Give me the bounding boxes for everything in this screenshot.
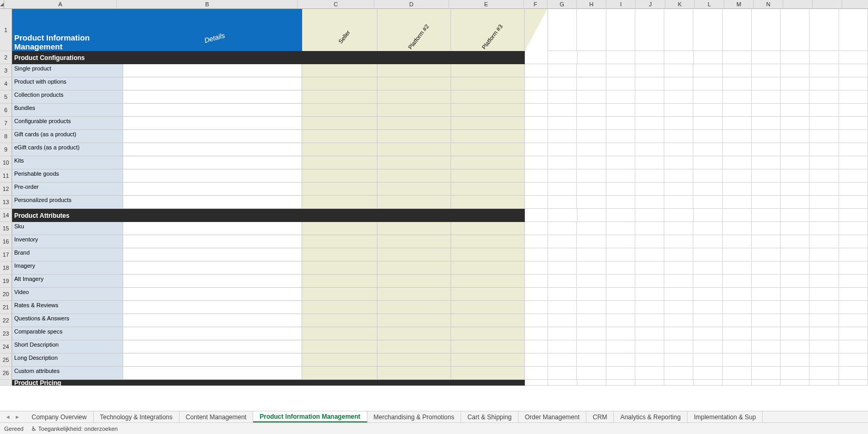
cell[interactable] [606,196,635,209]
row-label[interactable]: Pre-order [12,183,123,196]
title-cell[interactable]: Product Information Management [12,9,123,51]
row-header-18[interactable]: 18 [0,261,12,275]
cell[interactable] [577,117,606,130]
sheet-tab[interactable]: Implementation & Sup [687,411,763,422]
cell[interactable] [752,222,781,235]
col-header-M[interactable]: M [724,0,754,9]
cell[interactable] [123,314,302,327]
cell[interactable] [525,275,548,288]
cell[interactable] [635,367,664,380]
cell[interactable] [635,143,664,156]
row-header-24[interactable]: 24 [0,340,12,354]
cell[interactable] [723,183,752,196]
cell[interactable] [752,367,781,380]
cell[interactable] [752,301,781,314]
col-header-I[interactable]: I [606,0,636,9]
cell[interactable] [451,156,525,169]
cell[interactable] [377,340,451,354]
cell[interactable] [302,248,377,261]
cell[interactable] [781,209,810,222]
cell[interactable] [548,288,577,301]
cell[interactable] [723,104,752,117]
cell[interactable] [752,248,781,261]
cell[interactable] [810,354,839,367]
cell[interactable] [548,275,577,288]
cell[interactable] [577,261,606,275]
cell[interactable] [723,288,752,301]
cell[interactable] [606,354,635,367]
cell[interactable] [606,209,635,222]
cell[interactable] [377,261,451,275]
cell[interactable] [839,143,868,156]
cell[interactable] [302,301,377,314]
cell[interactable] [577,327,606,340]
cell[interactable] [123,261,302,275]
cell[interactable] [664,9,693,51]
col-header-B[interactable]: B [117,0,298,9]
cell[interactable] [606,327,635,340]
cell[interactable] [664,104,693,117]
cell[interactable] [810,77,839,90]
cell[interactable] [723,196,752,209]
cell[interactable] [548,156,577,169]
cell[interactable] [693,248,722,261]
cell[interactable] [752,183,781,196]
cell[interactable] [664,209,693,222]
cell[interactable] [577,367,606,380]
cell[interactable] [577,156,606,169]
cell[interactable] [810,261,839,275]
cell[interactable] [839,90,868,104]
cell[interactable] [525,314,548,327]
row-label[interactable]: Bundles [12,104,123,117]
cell[interactable] [606,222,635,235]
cell[interactable] [606,104,635,117]
cell[interactable] [377,314,451,327]
cell[interactable] [664,380,693,386]
cell[interactable] [810,301,839,314]
cell[interactable] [839,367,868,380]
cell[interactable] [548,117,577,130]
cell[interactable] [723,156,752,169]
cell[interactable] [606,90,635,104]
cell[interactable] [693,275,722,288]
row-label[interactable]: Product with options [12,77,123,90]
col-header-L[interactable]: L [695,0,724,9]
cell[interactable] [752,354,781,367]
cell[interactable] [694,380,723,386]
cell[interactable] [839,314,868,327]
row-label[interactable]: Sku [12,222,123,235]
cell[interactable] [635,209,664,222]
col-header-K[interactable]: K [665,0,695,9]
tab-prev-icon[interactable]: ◄ [4,413,12,421]
cell[interactable] [635,327,664,340]
sheet-tab[interactable]: Cart & Shipping [461,411,518,422]
cell[interactable] [302,209,377,222]
cell[interactable] [525,64,548,77]
cell[interactable] [548,130,577,143]
col-header-D[interactable]: D [374,0,449,9]
cell[interactable] [781,169,810,183]
section-header[interactable]: Product Pricing [12,380,123,386]
cell[interactable] [377,222,451,235]
cell[interactable] [781,261,810,275]
cell[interactable] [635,117,664,130]
cell[interactable] [451,196,525,209]
cell[interactable] [693,340,722,354]
cell[interactable] [548,314,577,327]
cell[interactable] [752,380,781,386]
cell[interactable] [123,354,302,367]
cell[interactable] [781,235,810,248]
cell[interactable] [123,64,302,77]
cell[interactable] [839,248,868,261]
cell[interactable] [781,340,810,354]
row-header-4[interactable]: 4 [0,77,12,90]
cell[interactable] [451,235,525,248]
cell[interactable] [693,261,722,275]
cell[interactable] [635,183,664,196]
sheet-tab[interactable]: Order Management [518,411,586,422]
cell[interactable] [525,130,548,143]
cell[interactable] [781,380,810,386]
cell[interactable] [577,275,606,288]
cell[interactable] [810,130,839,143]
cell[interactable] [548,90,577,104]
